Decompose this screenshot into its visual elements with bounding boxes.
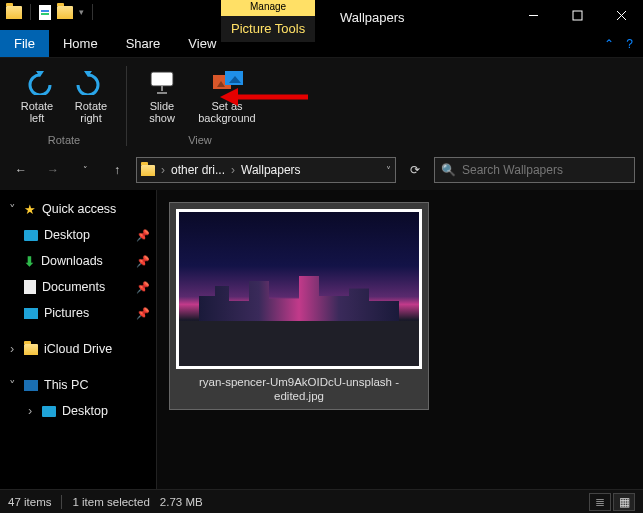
star-icon: ★ [24,202,36,217]
ribbon-group-label: View [188,134,212,150]
breadcrumb-segment[interactable]: other dri... [171,163,225,177]
tab-home[interactable]: Home [49,30,112,57]
nav-label: Desktop [62,404,108,418]
contextual-tab-group: Manage Picture Tools [221,0,315,42]
address-dropdown-icon[interactable]: ˅ [386,165,391,176]
ribbon-group-label: Rotate [48,134,80,150]
expand-icon[interactable]: › [6,342,18,356]
nav-quick-access[interactable]: ˅ ★ Quick access [0,196,156,222]
breadcrumb-segment[interactable]: Wallpapers [241,163,301,177]
nav-label: Quick access [42,202,116,216]
nav-downloads[interactable]: ⬇ Downloads 📌 [0,248,156,274]
properties-icon[interactable] [39,5,51,20]
help-icon[interactable]: ? [626,37,633,51]
pin-icon: 📌 [136,255,150,268]
separator [30,4,31,20]
pin-icon: 📌 [136,307,150,320]
window-title: Wallpapers [340,10,405,25]
set-as-background-icon [211,66,243,98]
pc-icon [24,380,38,391]
maximize-button[interactable] [555,0,599,30]
navigation-toolbar: ← → ˅ ↑ › other dri... › Wallpapers ˅ ⟳ … [0,150,643,190]
address-bar[interactable]: › other dri... › Wallpapers ˅ [136,157,396,183]
rotate-right-button[interactable]: Rotate right [66,62,116,128]
status-bar: 47 items 1 item selected 2.73 MB ≣ ▦ [0,489,643,513]
svg-rect-6 [151,72,173,86]
slide-show-label: Slide show [139,100,185,124]
folder-icon [141,165,155,176]
set-as-background-label: Set as background [193,100,261,124]
collapse-ribbon-icon[interactable]: ⌃ [604,37,614,51]
details-view-button[interactable]: ≣ [589,493,611,511]
tab-file[interactable]: File [0,30,49,57]
breadcrumb-chevron-icon[interactable]: › [161,163,165,177]
pictures-icon [24,308,38,319]
ribbon-group-view: Slide show Set as background View [133,62,267,150]
recent-locations-button[interactable]: ˅ [72,157,98,183]
slide-show-icon [146,66,178,98]
close-button[interactable] [599,0,643,30]
rotate-left-button[interactable]: Rotate left [12,62,62,128]
search-icon: 🔍 [441,163,456,177]
nav-label: iCloud Drive [44,342,112,356]
pin-icon: 📌 [136,281,150,294]
nav-label: Desktop [44,228,90,242]
thumbnail-image [176,209,422,369]
expand-icon[interactable]: ˅ [6,202,18,217]
desktop-icon [42,406,56,417]
tab-share[interactable]: Share [112,30,175,57]
desktop-icon [24,230,38,241]
separator [61,495,62,509]
new-folder-icon[interactable] [57,6,73,19]
nav-desktop[interactable]: Desktop 📌 [0,222,156,248]
folder-icon[interactable] [6,6,22,19]
tab-picture-tools[interactable]: Picture Tools [221,14,315,42]
rotate-left-label: Rotate left [14,100,60,124]
up-button[interactable]: ↑ [104,157,130,183]
minimize-button[interactable] [511,0,555,30]
file-name-label: ryan-spencer-Um9AkOIDcU-unsplash - edite… [176,369,422,409]
nav-this-pc[interactable]: ˅ This PC [0,372,156,398]
forward-button[interactable]: → [40,157,66,183]
set-as-background-button[interactable]: Set as background [191,62,263,128]
nav-pictures[interactable]: Pictures 📌 [0,300,156,326]
navigation-pane[interactable]: ˅ ★ Quick access Desktop 📌 ⬇ Downloads 📌… [0,190,156,489]
rotate-left-icon [21,66,53,98]
quick-access-toolbar: ▾ [0,0,101,24]
nav-label: Documents [42,280,105,294]
nav-icloud-drive[interactable]: › iCloud Drive [0,336,156,362]
status-size: 2.73 MB [160,496,203,508]
downloads-icon: ⬇ [24,254,35,269]
content-pane[interactable]: ryan-spencer-Um9AkOIDcU-unsplash - edite… [156,190,643,489]
context-group-label: Manage [221,0,315,14]
rotate-right-label: Rotate right [68,100,114,124]
title-bar: ▾ Manage Picture Tools Wallpapers [0,0,643,30]
search-box[interactable]: 🔍 [434,157,635,183]
rotate-right-icon [75,66,107,98]
nav-desktop-pc[interactable]: › Desktop [0,398,156,424]
nav-documents[interactable]: Documents 📌 [0,274,156,300]
customize-qat-icon[interactable]: ▾ [79,7,84,17]
expand-icon[interactable]: › [24,404,36,418]
nav-label: Downloads [41,254,103,268]
search-input[interactable] [462,163,628,177]
pin-icon: 📌 [136,229,150,242]
ribbon-tabs: File Home Share View ⌃ ? [0,30,643,58]
breadcrumb-chevron-icon[interactable]: › [231,163,235,177]
ribbon-group-rotate: Rotate left Rotate right Rotate [8,62,120,150]
status-item-count: 47 items [8,496,51,508]
back-button[interactable]: ← [8,157,34,183]
documents-icon [24,280,36,294]
expand-icon[interactable]: ˅ [6,378,18,393]
svg-rect-1 [573,11,582,20]
nav-label: This PC [44,378,88,392]
refresh-button[interactable]: ⟳ [402,157,428,183]
ribbon-separator [126,66,127,146]
status-selection: 1 item selected [72,496,149,508]
ribbon: Rotate left Rotate right Rotate Slide sh… [0,58,643,150]
file-thumbnail[interactable]: ryan-spencer-Um9AkOIDcU-unsplash - edite… [169,202,429,410]
thumbnails-view-button[interactable]: ▦ [613,493,635,511]
slide-show-button[interactable]: Slide show [137,62,187,128]
folder-icon [24,344,38,355]
nav-label: Pictures [44,306,89,320]
